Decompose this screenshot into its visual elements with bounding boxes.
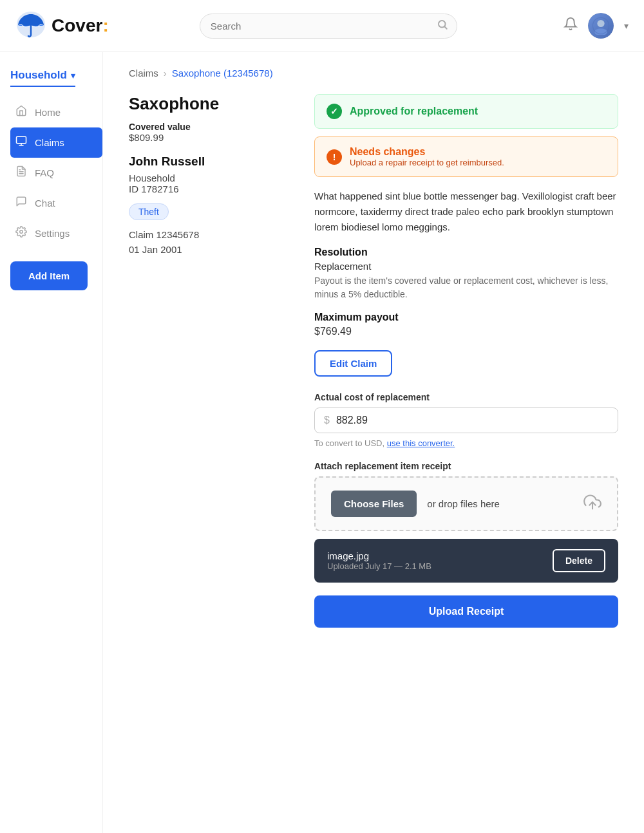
description-text: What happened sint blue bottle messenger…: [314, 189, 618, 235]
owner-category: Household: [129, 173, 283, 183]
sidebar: Household ▾ Home Claims: [0, 52, 103, 833]
right-panel: ✓ Approved for replacement ! Needs chang…: [314, 94, 618, 628]
drop-zone[interactable]: Choose Files or drop files here: [314, 476, 618, 531]
settings-label: Settings: [35, 228, 70, 239]
converter-note: To convert to USD, use this converter.: [314, 438, 618, 448]
converter-link[interactable]: use this converter.: [387, 438, 455, 448]
choose-files-button[interactable]: Choose Files: [331, 491, 417, 517]
home-icon: [15, 105, 27, 120]
resolution-label: Resolution: [314, 247, 618, 258]
needs-changes-content: Needs changes Upload a repair receipt to…: [350, 146, 504, 167]
layout: Household ▾ Home Claims: [0, 52, 644, 833]
svg-point-3: [597, 20, 604, 27]
cost-label: Actual cost of replacement: [314, 392, 618, 402]
chat-icon: [15, 196, 27, 211]
dollar-icon: $: [324, 415, 330, 426]
uploaded-file: image.jpg Uploaded July 17 — 2.1 MB Dele…: [314, 539, 618, 583]
logo-name: Cover:: [52, 15, 109, 36]
search-bar: [200, 14, 457, 39]
delete-file-button[interactable]: Delete: [553, 549, 605, 572]
warning-icon: !: [327, 149, 342, 165]
needs-changes-banner: ! Needs changes Upload a repair receipt …: [314, 136, 618, 177]
breadcrumb: Claims › Saxophone (12345678): [129, 68, 618, 79]
drop-text: or drop files here: [427, 498, 573, 509]
sidebar-item-home[interactable]: Home: [10, 97, 102, 127]
cost-input-wrap: $: [314, 407, 618, 433]
attach-label: Attach replacement item receipt: [314, 461, 618, 471]
max-payout-amount: $769.49: [314, 326, 618, 337]
approved-banner: ✓ Approved for replacement: [314, 94, 618, 129]
covered-value-amount: $809.99: [129, 132, 283, 143]
svg-rect-6: [17, 136, 26, 144]
left-panel: Saxophone Covered value $809.99 John Rus…: [129, 94, 283, 628]
home-label: Home: [35, 107, 61, 118]
faq-icon: [15, 165, 27, 180]
sidebar-item-chat[interactable]: Chat: [10, 188, 102, 218]
svg-line-2: [444, 26, 446, 28]
logo-umbrella-icon: [15, 10, 46, 41]
header-right: ▾: [564, 13, 629, 39]
settings-icon: [15, 226, 27, 241]
converter-text: To convert to USD,: [314, 438, 384, 448]
avatar[interactable]: [588, 13, 614, 39]
sidebar-item-settings[interactable]: Settings: [10, 218, 102, 248]
header: Cover: ▾: [0, 0, 644, 52]
upload-receipt-button[interactable]: Upload Receipt: [314, 595, 618, 628]
household-label: Household: [10, 69, 67, 82]
svg-point-11: [20, 230, 23, 234]
breadcrumb-separator: ›: [164, 68, 167, 79]
file-meta: Uploaded July 17 — 2.1 MB: [327, 561, 431, 571]
breadcrumb-current[interactable]: Saxophone (12345678): [172, 68, 273, 79]
avatar-dropdown-icon[interactable]: ▾: [624, 21, 629, 31]
cost-input[interactable]: [336, 415, 609, 426]
chat-label: Chat: [35, 198, 55, 209]
owner-id: ID 1782716: [129, 183, 283, 194]
needs-changes-label: Needs changes: [350, 146, 504, 158]
logo-colon: :: [102, 15, 108, 35]
household-dropdown[interactable]: Household ▾: [10, 65, 75, 87]
sidebar-item-faq[interactable]: FAQ: [10, 158, 102, 188]
search-input[interactable]: [200, 14, 457, 39]
add-item-button[interactable]: Add Item: [10, 261, 88, 290]
claim-number: Claim 12345678: [129, 229, 283, 240]
logo-name-text: Cover: [52, 15, 102, 35]
household-caret-icon: ▾: [71, 71, 75, 80]
faq-label: FAQ: [35, 167, 54, 178]
needs-changes-sub: Upload a repair receipt to get reimburse…: [350, 158, 504, 167]
claims-icon: [15, 135, 27, 150]
max-payout-label: Maximum payout: [314, 312, 618, 323]
approved-check-icon: ✓: [327, 104, 342, 119]
resolution-type: Replacement: [314, 261, 618, 272]
breadcrumb-parent[interactable]: Claims: [129, 68, 158, 79]
file-info: image.jpg Uploaded July 17 — 2.1 MB: [327, 550, 431, 571]
claims-label: Claims: [35, 137, 64, 148]
search-icon: [437, 19, 448, 33]
sidebar-item-claims[interactable]: Claims: [10, 127, 102, 158]
bell-icon[interactable]: [564, 17, 578, 35]
resolution-note: Payout is the item's covered value or re…: [314, 274, 618, 301]
approved-label: Approved for replacement: [350, 106, 478, 117]
content-row: Saxophone Covered value $809.99 John Rus…: [129, 94, 618, 628]
upload-cloud-icon: [583, 493, 601, 515]
item-title: Saxophone: [129, 94, 283, 114]
owner-name: John Russell: [129, 154, 283, 169]
main-content: Claims › Saxophone (12345678) Saxophone …: [103, 52, 644, 833]
edit-claim-button[interactable]: Edit Claim: [314, 350, 392, 377]
logo[interactable]: Cover:: [15, 10, 109, 41]
avatar-image: [588, 13, 614, 39]
covered-value-label: Covered value: [129, 122, 283, 132]
theft-tag: Theft: [129, 203, 169, 220]
file-name: image.jpg: [327, 550, 431, 561]
claim-date: 01 Jan 2001: [129, 244, 283, 255]
